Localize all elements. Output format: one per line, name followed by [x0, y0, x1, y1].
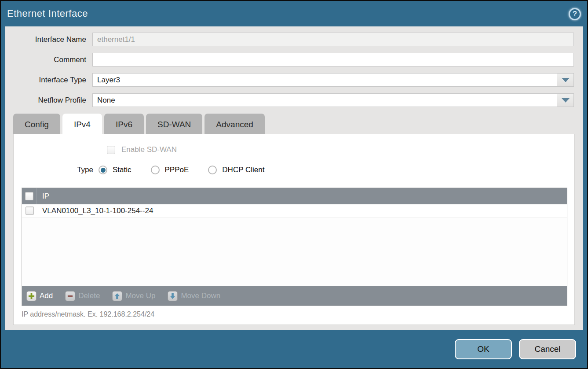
interface-name-input [92, 33, 574, 46]
interface-type-label: Interface Type [14, 76, 92, 85]
radio-dhcp-client[interactable]: DHCP Client [208, 166, 264, 174]
netflow-profile-input[interactable] [92, 93, 557, 107]
interface-name-row: Interface Name [14, 33, 574, 46]
radio-icon [208, 166, 217, 174]
dialog-footer: OK Cancel [1, 330, 587, 368]
tab-config[interactable]: Config [13, 114, 60, 136]
radio-pppoe[interactable]: PPPoE [151, 166, 189, 174]
radio-static[interactable]: Static [99, 166, 131, 174]
delete-minus-icon [65, 291, 75, 301]
tab-ipv4[interactable]: IPv4 [62, 114, 102, 136]
enable-sdwan-checkbox [107, 146, 115, 154]
select-all-checkbox[interactable] [25, 192, 33, 200]
ip-cell: VLAN0100_L3_10-1-100-254--24 [37, 207, 153, 215]
help-icon[interactable]: ? [569, 8, 581, 20]
add-button[interactable]: Add [26, 291, 53, 301]
ip-table-body: VLAN0100_L3_10-1-100-254--24 [22, 204, 567, 286]
chevron-down-icon [562, 98, 570, 103]
interface-type-input[interactable] [92, 73, 557, 87]
dialog-title: Ethernet Interface [7, 8, 88, 19]
dialog-titlebar: Ethernet Interface ? [1, 1, 587, 26]
ip-table-toolbar: Add Delete Move Up [22, 286, 567, 306]
ipv4-panel: Enable SD-WAN Type Static PPPoE DHCP Cli… [13, 134, 575, 325]
type-label: Type [14, 166, 99, 174]
interface-type-row: Interface Type [14, 73, 574, 87]
comment-row: Comment [14, 53, 574, 66]
table-row[interactable]: VLAN0100_L3_10-1-100-254--24 [22, 204, 567, 218]
enable-sdwan-label: Enable SD-WAN [121, 145, 177, 154]
enable-sdwan-row: Enable SD-WAN [107, 145, 574, 154]
ethernet-interface-dialog: Ethernet Interface ? Interface Name Comm… [0, 0, 588, 369]
dialog-content: Interface Name Comment Interface Type [5, 26, 583, 330]
ip-hint-text: IP address/netmask. Ex. 192.168.2.254/24 [22, 310, 154, 318]
arrow-up-icon [112, 291, 122, 301]
netflow-profile-label: Netflow Profile [14, 96, 92, 105]
interface-name-label: Interface Name [14, 35, 92, 44]
interface-type-dropdown-button[interactable] [557, 73, 574, 87]
netflow-profile-dropdown-button[interactable] [557, 93, 574, 107]
chevron-down-icon [562, 78, 570, 82]
ip-table: IP VLAN0100_L3_10-1-100-254--24 [22, 188, 567, 306]
add-plus-icon [26, 291, 37, 301]
comment-input[interactable] [92, 53, 574, 66]
row-checkbox[interactable] [26, 207, 34, 215]
ip-table-header: IP [22, 188, 567, 204]
delete-button: Delete [65, 291, 100, 301]
move-down-button: Move Down [168, 291, 220, 301]
radio-icon [151, 166, 160, 174]
type-row: Type Static PPPoE DHCP Client [14, 166, 574, 174]
cancel-button[interactable]: Cancel [519, 339, 576, 359]
netflow-profile-row: Netflow Profile [14, 93, 574, 107]
tab-ipv6[interactable]: IPv6 [104, 114, 144, 136]
arrow-down-icon [168, 291, 178, 301]
comment-label: Comment [14, 55, 92, 64]
tab-advanced[interactable]: Advanced [205, 114, 265, 136]
ip-column-header: IP [37, 192, 49, 201]
radio-icon [99, 166, 107, 174]
tab-sdwan[interactable]: SD-WAN [146, 114, 202, 136]
tabstrip: Config IPv4 IPv6 SD-WAN Advanced [13, 114, 583, 136]
move-up-button: Move Up [112, 291, 155, 301]
ok-button[interactable]: OK [455, 339, 512, 359]
